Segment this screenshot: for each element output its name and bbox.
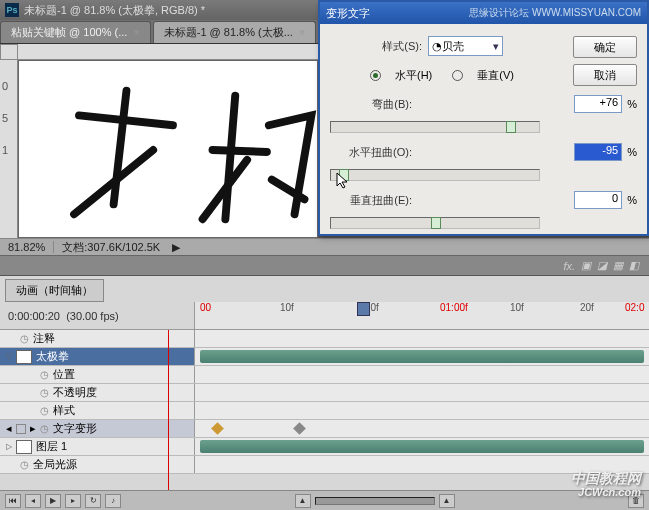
vdistort-slider[interactable] [330, 217, 540, 229]
twirl-down-icon[interactable]: ▽ [6, 352, 12, 361]
ruler-origin[interactable] [0, 44, 18, 60]
stopwatch-icon[interactable]: ◷ [20, 333, 29, 344]
ok-button[interactable]: 确定 [573, 36, 637, 58]
cancel-button[interactable]: 取消 [573, 64, 637, 86]
layer-thumb: T [16, 350, 32, 364]
comments-row[interactable]: 注释 [33, 331, 55, 346]
playhead-handle[interactable] [357, 302, 370, 316]
prev-frame-button[interactable]: ◂ [25, 494, 41, 508]
dialog-titlebar[interactable]: 变形文字 思缘设计论坛 WWW.MISSYUAN.COM [320, 2, 647, 24]
rewind-button[interactable]: ⏮ [5, 494, 21, 508]
timeline-tab[interactable]: 动画（时间轴） [5, 279, 104, 302]
horizontal-radio[interactable] [370, 70, 381, 81]
audio-button[interactable]: ♪ [105, 494, 121, 508]
warp-text-dialog: 变形文字 思缘设计论坛 WWW.MISSYUAN.COM 确定 取消 样式(S)… [318, 0, 649, 236]
twirl-right-icon[interactable]: ▷ [6, 442, 12, 451]
canvas[interactable] [18, 60, 318, 238]
global-light-row[interactable]: 全局光源 [33, 457, 77, 472]
prev-key-icon[interactable]: ◂ [6, 422, 12, 435]
dialog-title-text: 变形文字 [326, 6, 370, 21]
timeline-controls: ⏮ ◂ ▶ ▸ ↻ ♪ ▲ ▲ 🗑 [0, 490, 649, 510]
playhead[interactable] [168, 330, 169, 490]
fx-icon[interactable]: fx. [563, 260, 575, 272]
hdistort-label: 水平扭曲(O): [330, 145, 412, 160]
hdistort-input[interactable]: -95 [574, 143, 622, 161]
tool-icon[interactable]: ▣ [581, 259, 591, 272]
calligraphy-artwork [19, 61, 317, 237]
ruler-horizontal[interactable] [18, 44, 319, 60]
app-icon: Ps [5, 3, 19, 17]
stopwatch-icon[interactable]: ◷ [20, 459, 29, 470]
document-tab[interactable]: 粘贴关键帧 @ 100% (...× [0, 21, 151, 43]
bend-label: 弯曲(B): [330, 97, 412, 112]
opacity-row[interactable]: 不透明度 [53, 385, 97, 400]
play-button[interactable]: ▶ [45, 494, 61, 508]
style-label: 样式(S): [340, 39, 422, 54]
zoom-slider[interactable] [315, 497, 435, 505]
zoom-level[interactable]: 81.82% [0, 241, 54, 253]
ruler-vertical[interactable]: 051 [0, 60, 18, 238]
document-tab[interactable]: 未标题-1 @ 81.8% (太极...× [153, 21, 317, 43]
loop-button[interactable]: ↻ [85, 494, 101, 508]
next-frame-button[interactable]: ▸ [65, 494, 81, 508]
stopwatch-icon[interactable]: ◷ [40, 405, 49, 416]
stopwatch-icon[interactable]: ◷ [40, 387, 49, 398]
add-key-icon[interactable] [16, 424, 26, 434]
position-row[interactable]: 位置 [53, 367, 75, 382]
shell-icon: ◔ [432, 40, 442, 53]
keyframe-icon[interactable] [293, 422, 306, 435]
vdistort-input[interactable]: 0 [574, 191, 622, 209]
next-key-icon[interactable]: ▸ [30, 422, 36, 435]
hdistort-slider[interactable] [330, 169, 540, 181]
tool-icon[interactable]: ▦ [613, 259, 623, 272]
keyframe-icon[interactable] [211, 422, 224, 435]
timecode[interactable]: 0:00:00:20 [8, 310, 60, 322]
options-bar: fx. ▣ ◪ ▦ ◧ [0, 256, 649, 276]
time-ruler[interactable]: 00 10f 20f 01:00f 10f 20f 02:0 [195, 302, 649, 329]
close-icon[interactable]: × [133, 26, 139, 38]
layer-name[interactable]: 太极拳 [36, 349, 69, 364]
vdistort-label: 垂直扭曲(E): [330, 193, 412, 208]
vertical-radio[interactable] [452, 70, 463, 81]
layer-duration-bar[interactable] [200, 440, 644, 453]
tool-icon[interactable]: ◪ [597, 259, 607, 272]
fps-display: (30.00 fps) [66, 310, 119, 322]
watermark: 中国教程网 JCWcn.com [571, 471, 641, 498]
timeline-panel: 动画（时间轴） 0:00:00:20 (30.00 fps) 00 10f 20… [0, 276, 649, 510]
chevron-right-icon[interactable]: ▶ [172, 241, 180, 254]
text-warp-row[interactable]: 文字变形 [53, 421, 97, 436]
zoom-in-button[interactable]: ▲ [439, 494, 455, 508]
close-icon[interactable]: × [299, 26, 305, 38]
layer-thumb [16, 440, 32, 454]
stopwatch-icon[interactable]: ◷ [40, 369, 49, 380]
layer-name[interactable]: 图层 1 [36, 439, 67, 454]
stopwatch-icon[interactable]: ◷ [40, 423, 49, 434]
doc-info[interactable]: 文档:307.6K/102.5K [54, 240, 168, 255]
chevron-down-icon: ▾ [493, 40, 499, 53]
layer-duration-bar[interactable] [200, 350, 644, 363]
watermark-text: 思缘设计论坛 WWW.MISSYUAN.COM [469, 6, 641, 20]
bend-input[interactable]: +76 [574, 95, 622, 113]
warp-style-dropdown[interactable]: ◔ 贝壳 ▾ [428, 36, 503, 56]
bend-slider[interactable] [330, 121, 540, 133]
app-title: 未标题-1 @ 81.8% (太极拳, RGB/8) * [24, 3, 205, 18]
style-row[interactable]: 样式 [53, 403, 75, 418]
zoom-out-button[interactable]: ▲ [295, 494, 311, 508]
tool-icon[interactable]: ◧ [629, 259, 639, 272]
